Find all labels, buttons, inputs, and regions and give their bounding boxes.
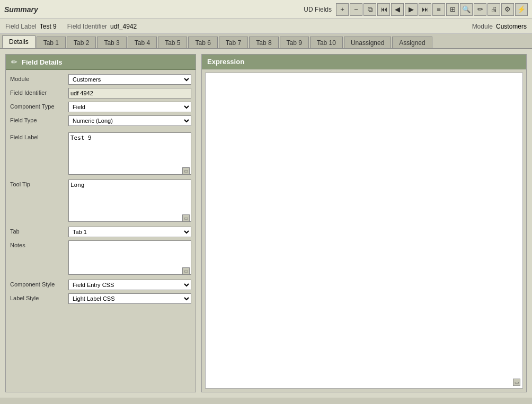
app-title: Summary (4, 5, 38, 14)
component-style-row: Component Style Field Entry CSS (10, 280, 191, 290)
tooltip-expand-icon[interactable]: ▭ (182, 214, 190, 222)
module-group: Module Customers (472, 23, 527, 30)
field-label-key: Field Label (5, 23, 37, 30)
notes-control: ▭ (68, 240, 191, 276)
notes-textarea-wrapper: ▭ (68, 240, 191, 276)
tab-2[interactable]: Tab 2 (67, 37, 96, 48)
tab-assigned[interactable]: Assigned (392, 37, 432, 48)
field-label-textarea-wrapper: Test 9 ▭ (68, 132, 191, 176)
field-info-bar: Field Label Test 9 Field Identifier udf_… (0, 19, 532, 34)
field-type-control: Numeric (Long) (68, 115, 191, 126)
expression-expand-icon[interactable]: ▭ (513, 379, 520, 386)
field-label-row: Field Label Test 9 ▭ (10, 132, 191, 176)
toolbar-settings-btn[interactable]: ⚙ (501, 3, 514, 16)
tab-1[interactable]: Tab 1 (37, 37, 66, 48)
tab-unassigned[interactable]: Unassigned (344, 37, 391, 48)
module-key: Module (472, 23, 493, 30)
notes-expand-icon[interactable]: ▭ (182, 267, 190, 275)
tab-9[interactable]: Tab 9 (280, 37, 309, 48)
toolbar-add-btn[interactable]: + (336, 3, 349, 16)
component-style-form-label: Component Style (10, 280, 68, 288)
field-label-expand-icon[interactable]: ▭ (182, 167, 190, 175)
field-identifier-form-label: Field Identifier (10, 88, 68, 96)
tab-select[interactable]: Tab 1 (68, 227, 191, 237)
field-label-textarea[interactable]: Test 9 (68, 132, 191, 175)
field-type-form-label: Field Type (10, 115, 68, 123)
field-identifier-row: Field Identifier (10, 88, 191, 98)
pencil-icon: ✏ (11, 58, 17, 66)
tab-6[interactable]: Tab 6 (188, 37, 217, 48)
field-type-row: Field Type Numeric (Long) (10, 115, 191, 126)
field-label-form-label: Field Label (10, 132, 68, 140)
toolbar-next-btn[interactable]: ⏭ (419, 3, 431, 16)
module-value: Customers (496, 23, 527, 30)
toolbar: UD Fields + − ⧉ ⏮ ◀ ▶ ⏭ ≡ ⊞ 🔍 ✏ 🖨 ⚙ ⚡ (304, 3, 528, 16)
toolbar-edit-btn[interactable]: ✏ (474, 3, 486, 16)
toolbar-copy-btn[interactable]: ⧉ (363, 3, 376, 16)
tooltip-row: Tool Tip Long ▭ (10, 179, 191, 223)
tab-3[interactable]: Tab 3 (97, 37, 126, 48)
tab-7[interactable]: Tab 7 (219, 37, 248, 48)
label-style-select[interactable]: Light Label CSS (68, 293, 191, 304)
tab-row: Tab Tab 1 (10, 227, 191, 237)
toolbar-play-btn[interactable]: ▶ (405, 3, 418, 16)
toolbar-prev-btn[interactable]: ◀ (391, 3, 404, 16)
field-identifier-input[interactable] (68, 88, 191, 98)
left-panel-title: Field Details (22, 58, 63, 66)
left-panel-header: ✏ Field Details (6, 55, 196, 70)
toolbar-print-btn[interactable]: 🖨 (487, 3, 500, 16)
field-label-group: Field Label Test 9 (5, 23, 57, 30)
toolbar-remove-btn[interactable]: − (350, 3, 362, 16)
toolbar-grid-btn[interactable]: ⊞ (446, 3, 459, 16)
component-style-control: Field Entry CSS (68, 280, 191, 290)
notes-form-label: Notes (10, 240, 68, 248)
notes-row: Notes ▭ (10, 240, 191, 276)
label-style-row: Label Style Light Label CSS (10, 293, 191, 304)
component-type-row: Component Type Field (10, 102, 191, 112)
tab-control: Tab 1 (68, 227, 191, 237)
field-label-control: Test 9 ▭ (68, 132, 191, 176)
tab-form-label: Tab (10, 227, 68, 235)
component-type-select[interactable]: Field (68, 102, 191, 112)
tooltip-form-label: Tool Tip (10, 179, 68, 187)
toolbar-search-btn[interactable]: 🔍 (460, 3, 473, 16)
component-type-form-label: Component Type (10, 102, 68, 110)
component-type-control: Field (68, 102, 191, 112)
tooltip-control: Long ▭ (68, 179, 191, 223)
module-row: Module Customers (10, 74, 191, 85)
tooltip-textarea[interactable]: Long (68, 179, 191, 222)
tab-8[interactable]: Tab 8 (249, 37, 278, 48)
main-content: ✏ Field Details Module Customers Field I… (0, 49, 532, 398)
tabs-bar: Details Tab 1 Tab 2 Tab 3 Tab 4 Tab 5 Ta… (0, 34, 532, 49)
right-panel-body: ▭ (202, 69, 526, 392)
module-select[interactable]: Customers (68, 74, 191, 85)
component-style-select[interactable]: Field Entry CSS (68, 280, 191, 290)
field-identifier-group: Field Identifier udf_4942 (67, 23, 137, 30)
field-identifier-key: Field Identifier (67, 23, 107, 30)
tab-5[interactable]: Tab 5 (158, 37, 187, 48)
tab-10[interactable]: Tab 10 (310, 37, 343, 48)
toolbar-label: UD Fields (304, 6, 332, 13)
tab-details[interactable]: Details (2, 35, 36, 48)
field-identifier-control (68, 88, 191, 98)
left-panel: ✏ Field Details Module Customers Field I… (5, 54, 196, 392)
toolbar-list-btn[interactable]: ≡ (432, 3, 445, 16)
field-type-select[interactable]: Numeric (Long) (68, 115, 191, 126)
label-style-form-label: Label Style (10, 293, 68, 301)
field-identifier-value: udf_4942 (110, 23, 137, 30)
field-label-value: Test 9 (40, 23, 57, 30)
title-bar: Summary UD Fields + − ⧉ ⏮ ◀ ▶ ⏭ ≡ ⊞ 🔍 ✏ … (0, 0, 532, 19)
module-form-label: Module (10, 74, 68, 82)
label-style-control: Light Label CSS (68, 293, 191, 304)
notes-textarea[interactable] (68, 240, 191, 275)
toolbar-lightning-btn[interactable]: ⚡ (515, 3, 528, 16)
right-panel-title: Expression (207, 58, 244, 66)
right-panel: Expression ▭ (201, 54, 527, 392)
right-panel-header: Expression (202, 55, 526, 69)
left-panel-body: Module Customers Field Identifier Compon… (6, 70, 196, 392)
module-control: Customers (68, 74, 191, 85)
toolbar-first-btn[interactable]: ⏮ (377, 3, 390, 16)
expression-area: ▭ (205, 73, 523, 389)
tooltip-textarea-wrapper: Long ▭ (68, 179, 191, 223)
tab-4[interactable]: Tab 4 (128, 37, 157, 48)
